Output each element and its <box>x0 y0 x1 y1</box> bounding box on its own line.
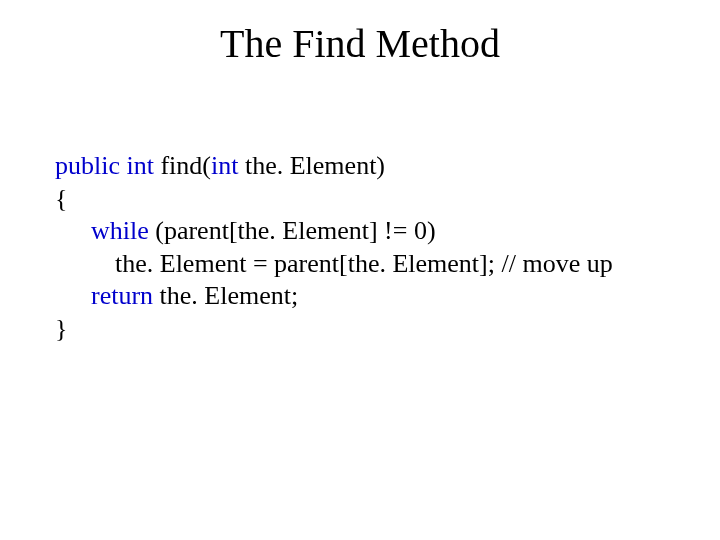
return-expr: the. Element; <box>153 281 298 310</box>
code-line-6: } <box>55 313 675 346</box>
fn-name: find( <box>160 151 211 180</box>
keyword-while: while <box>91 216 149 245</box>
keyword-return: return <box>91 281 153 310</box>
code-line-3: while (parent[the. Element] != 0) <box>55 215 675 248</box>
code-line-5: return the. Element; <box>55 280 675 313</box>
code-line-2: { <box>55 183 675 216</box>
keyword-int-param: int <box>211 151 238 180</box>
slide: The Find Method public int find(int the.… <box>0 0 720 540</box>
code-line-1: public int find(int the. Element) <box>55 150 675 183</box>
keyword-public: public <box>55 151 120 180</box>
fn-sig-rest: the. Element) <box>238 151 385 180</box>
slide-title: The Find Method <box>0 20 720 67</box>
keyword-int: int <box>127 151 154 180</box>
code-block: public int find(int the. Element) { whil… <box>55 150 675 345</box>
code-line-4: the. Element = parent[the. Element]; // … <box>55 248 675 281</box>
while-expr: (parent[the. Element] != 0) <box>149 216 436 245</box>
